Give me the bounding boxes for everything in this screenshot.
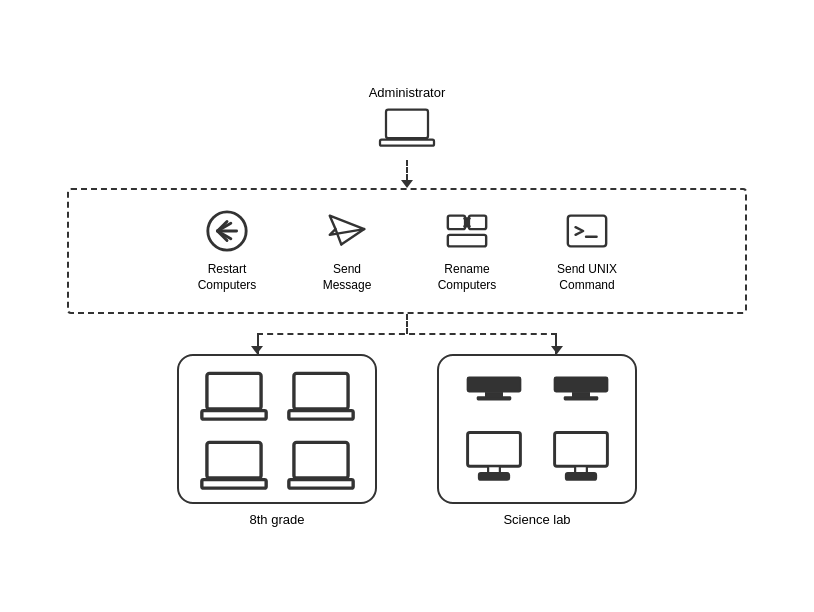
- rename-icon: [444, 208, 490, 254]
- svg-rect-34: [566, 473, 595, 479]
- svg-rect-29: [467, 432, 520, 466]
- svg-rect-7: [448, 216, 465, 229]
- svg-rect-25: [477, 397, 510, 400]
- svg-rect-28: [564, 397, 597, 400]
- junction-lines: [177, 314, 637, 354]
- desktop-icon-2: [545, 431, 617, 486]
- laptop-icon-1: [198, 370, 270, 429]
- svg-rect-8: [469, 216, 486, 229]
- restart-label: RestartComputers: [198, 262, 257, 293]
- labs-row: 8th grade: [17, 354, 797, 527]
- laptop-icon-2: [285, 370, 357, 429]
- 8th-grade-label: 8th grade: [250, 512, 305, 527]
- unix-label: Send UNIXCommand: [557, 262, 617, 293]
- svg-rect-17: [293, 373, 347, 409]
- svg-rect-21: [293, 442, 347, 478]
- monitor-icon-2: [545, 372, 617, 417]
- send-message-label: SendMessage: [323, 262, 372, 293]
- svg-rect-20: [201, 479, 265, 487]
- svg-rect-32: [554, 432, 607, 466]
- 8th-grade-group: 8th grade: [177, 354, 377, 527]
- svg-rect-18: [288, 410, 352, 418]
- desktop-icon-1: [458, 431, 530, 486]
- admin-laptop-icon: [377, 106, 437, 160]
- admin-label: Administrator: [369, 85, 446, 100]
- svg-rect-31: [479, 473, 508, 479]
- svg-rect-22: [288, 479, 352, 487]
- diagram: Administrator RestartComputers: [17, 85, 797, 526]
- svg-rect-19: [206, 442, 260, 478]
- restart-computers-item: RestartComputers: [192, 208, 262, 293]
- admin-to-commands-arrow: [401, 160, 413, 188]
- svg-rect-0: [386, 110, 428, 139]
- send-message-icon: [324, 208, 370, 254]
- admin-row: Administrator: [369, 85, 446, 160]
- svg-rect-12: [448, 235, 486, 247]
- commands-box: RestartComputers SendMessage: [67, 188, 747, 313]
- terminal-icon: [564, 208, 610, 254]
- rename-label: RenameComputers: [438, 262, 497, 293]
- send-message-item: SendMessage: [312, 208, 382, 293]
- svg-rect-13: [568, 216, 606, 247]
- svg-rect-16: [201, 410, 265, 418]
- svg-rect-26: [554, 377, 607, 391]
- svg-rect-15: [206, 373, 260, 409]
- science-lab-group: Science lab: [437, 354, 637, 527]
- svg-rect-23: [467, 377, 520, 391]
- svg-rect-1: [380, 140, 434, 146]
- laptop-icon-4: [285, 439, 357, 498]
- rename-computers-item: RenameComputers: [432, 208, 502, 293]
- monitor-icon-1: [458, 372, 530, 417]
- laptop-icon-3: [198, 439, 270, 498]
- svg-line-5: [336, 229, 342, 244]
- restart-icon: [204, 208, 250, 254]
- science-lab-label: Science lab: [503, 512, 570, 527]
- science-lab-box: [437, 354, 637, 504]
- 8th-grade-box: [177, 354, 377, 504]
- unix-command-item: Send UNIXCommand: [552, 208, 622, 293]
